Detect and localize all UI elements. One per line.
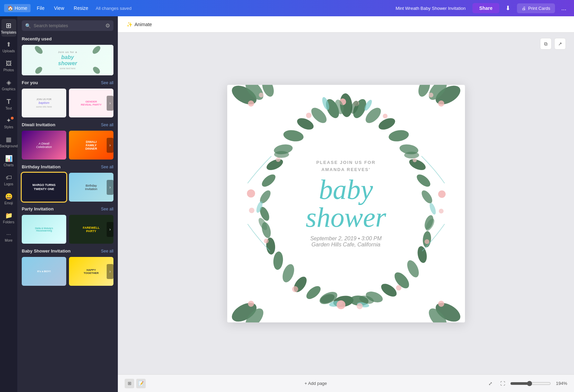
svg-point-30 [349, 295, 369, 306]
svg-point-79 [242, 305, 267, 322]
svg-point-17 [398, 143, 419, 155]
for-you-see-all[interactable]: See all [101, 80, 113, 85]
svg-point-68 [229, 85, 259, 108]
svg-point-44 [339, 98, 346, 105]
animate-button[interactable]: ✨ Animate [123, 20, 155, 29]
template-card-baptism[interactable]: JOIN US FOR baptism some info here [22, 89, 66, 117]
template-card-diwali-1[interactable]: A DiwaliCelebration [22, 131, 66, 160]
svg-point-42 [328, 300, 343, 307]
svg-point-1 [91, 45, 102, 55]
canvas-toolbar: ✨ Animate [118, 16, 574, 33]
more-options-button[interactable]: ... [558, 2, 570, 14]
recently-used-template: Join us for a baby shower some text here [22, 45, 113, 75]
svg-point-41 [428, 202, 437, 215]
sidebar-item-photos[interactable]: 🖼 Photos [1, 57, 16, 75]
share-page-button[interactable]: ↗ [554, 38, 566, 50]
svg-point-0 [33, 45, 44, 55]
svg-point-70 [260, 85, 276, 98]
folders-label: Folders [3, 220, 14, 224]
party-title: Party Invitation [22, 206, 54, 211]
fullscreen-button[interactable]: ⛶ [498, 379, 507, 388]
template-card-party-1[interactable]: Stella & Melody'sHousewarming [22, 215, 66, 244]
background-label: Background [0, 144, 18, 148]
svg-point-32 [379, 281, 399, 299]
sidebar-icon-rail: ⊞ Templates ⬆ Uploads 🖼 Photos ◈ Graphic… [0, 16, 18, 392]
baby-shower-next-button[interactable]: › [107, 264, 113, 279]
zoom-slider[interactable] [510, 381, 551, 386]
diwali-see-all[interactable]: See all [101, 123, 113, 127]
party-next-button[interactable]: › [107, 222, 113, 237]
view-menu[interactable]: View [51, 4, 68, 12]
fit-screen-button[interactable]: ⤢ [486, 379, 495, 388]
file-menu[interactable]: File [33, 4, 48, 12]
download-button[interactable]: ⬇ [502, 2, 514, 14]
sidebar-item-styles[interactable]: ✦ Styles [1, 114, 16, 132]
text-label: Text [5, 107, 12, 110]
birthday-grid: MARGO TURNSTWENTY ONE BirthdayInvitation… [22, 173, 113, 202]
sidebar-item-text[interactable]: T Text [1, 95, 16, 113]
animate-label: Animate [134, 22, 152, 27]
home-button[interactable]: 🏠 Home [4, 4, 31, 12]
party-see-all[interactable]: See all [101, 207, 113, 211]
svg-point-66 [319, 292, 336, 305]
svg-point-62 [274, 151, 289, 158]
sidebar-item-emoji[interactable]: 😀 Emoji [1, 190, 16, 208]
search-bar: 🔍 ⚙ [22, 20, 113, 31]
birthday-see-all[interactable]: See all [101, 165, 113, 169]
sidebar-item-templates[interactable]: ⊞ Templates [1, 19, 16, 37]
invitation-card[interactable]: PLEASE JOIN US FOR AMANDA REEVES' baby s… [227, 85, 465, 322]
svg-point-59 [396, 285, 401, 291]
for-you-next-button[interactable]: › [107, 96, 113, 111]
svg-point-11 [259, 172, 277, 189]
svg-point-43 [357, 301, 370, 308]
zoom-controls: ⤢ ⛶ 194% [486, 379, 567, 388]
sidebar-item-logos[interactable]: 🏷 Logos [1, 171, 16, 189]
svg-point-56 [264, 239, 269, 243]
sidebar-item-charts[interactable]: 📊 Charts [1, 152, 16, 170]
birthday-next-button[interactable]: › [107, 180, 113, 195]
print-icon: 🖨 [522, 6, 526, 11]
for-you-title: For you [22, 80, 38, 85]
canvas-area: ✨ Animate ⧉ ↗ [118, 16, 574, 392]
add-page-button[interactable]: + Add page [300, 379, 331, 388]
svg-point-9 [273, 143, 293, 155]
svg-point-83 [438, 301, 444, 307]
share-button[interactable]: Share [472, 3, 499, 13]
canvas-main[interactable]: ⧉ ↗ [118, 33, 574, 374]
sidebar-item-more[interactable]: ··· More [1, 228, 16, 246]
sidebar-item-folders[interactable]: 📁 Folders [1, 209, 16, 227]
svg-point-5 [323, 97, 341, 120]
page-notes-button[interactable]: 📝 [136, 379, 146, 388]
svg-point-39 [363, 98, 373, 111]
svg-point-29 [332, 294, 354, 309]
sidebar-item-background[interactable]: ▦ Background [1, 133, 16, 151]
baby-shower-see-all[interactable]: See all [101, 249, 113, 254]
template-card-baby-1[interactable]: It's a BOY! [22, 257, 66, 286]
filter-icon[interactable]: ⚙ [105, 22, 110, 29]
duplicate-page-button[interactable]: ⧉ [540, 38, 552, 50]
party-grid: Stella & Melody'sHousewarming FAREWELLPA… [22, 215, 113, 244]
resize-menu[interactable]: Resize [70, 4, 92, 12]
folders-icon: 📁 [5, 212, 13, 219]
template-card-birthday-1[interactable]: MARGO TURNSTWENTY ONE [22, 173, 66, 202]
card-content[interactable]: PLEASE JOIN US FOR AMANDA REEVES' baby s… [299, 152, 393, 255]
print-cards-button[interactable]: 🖨 Print Cards [517, 3, 555, 13]
invitation-line1: PLEASE JOIN US FOR [316, 160, 376, 165]
grid-view-button[interactable]: ⊞ [125, 379, 134, 388]
invitation-main-title-line2: shower [306, 202, 386, 233]
sidebar-item-uploads[interactable]: ⬆ Uploads [1, 38, 16, 56]
emoji-label: Emoji [4, 201, 13, 205]
svg-point-6 [308, 105, 329, 126]
svg-point-64 [257, 217, 269, 231]
sidebar-item-graphics[interactable]: ◈ Graphics [1, 76, 16, 94]
diwali-grid: A DiwaliCelebration DIWALIFAMILYDINNER › [22, 131, 113, 160]
svg-point-20 [419, 188, 434, 205]
svg-point-72 [259, 93, 264, 97]
svg-point-15 [377, 116, 397, 132]
svg-point-27 [304, 283, 323, 301]
search-input[interactable] [34, 23, 103, 28]
diwali-header: Diwali Invitation See all [22, 122, 113, 127]
uploads-icon: ⬆ [6, 41, 11, 48]
template-card-baby-shower-recent[interactable]: Join us for a baby shower some text here [22, 45, 113, 75]
diwali-next-button[interactable]: › [107, 138, 113, 153]
